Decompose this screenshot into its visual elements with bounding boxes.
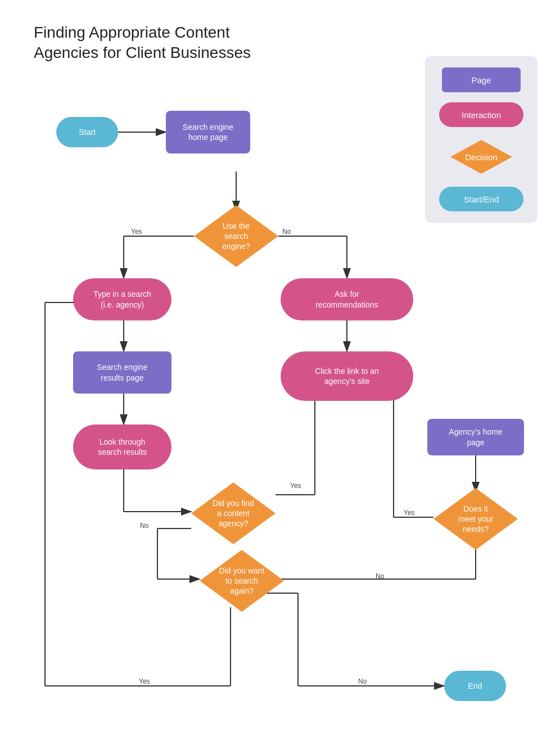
label-no1: No [282,228,291,236]
label-yes1: Yes [131,228,142,236]
label-no3: No [376,572,384,580]
node-does-meet: Does it meet your needs? [433,488,518,550]
label-no4: No [358,677,367,685]
node-want-search-again: Did you want to search again? [200,550,284,612]
node-click-link: Click the link to an agency's site [281,351,413,401]
label-no2: No [140,522,148,530]
legend-decision: Decision [450,140,512,174]
legend-interaction: Interaction [439,102,523,127]
page-title: Finding Appropriate Content Agencies for… [34,22,251,64]
node-end: End [444,671,506,701]
node-results-page: Search engine results page [73,351,171,394]
label-yes4: Yes [139,677,150,685]
legend-page: Page [442,67,521,92]
legend: Page Interaction Decision Start/End [425,56,538,223]
node-start: Start [56,117,118,147]
node-use-search-engine: Use the search engine? [194,205,278,267]
node-ask-recommendations: Ask for recommendations [281,278,413,320]
node-agency-home: Agency's home page [427,419,524,455]
node-search-engine-home: Search engine home page [166,111,250,153]
legend-startend: Start/End [439,187,523,211]
label-yes3: Yes [404,509,415,517]
label-yes2: Yes [290,482,301,490]
node-did-find: Did you find a content agency? [191,482,276,544]
node-look-through: Look through search results [73,424,171,469]
node-type-search: Type in a search (i.e. agency) [73,278,171,320]
